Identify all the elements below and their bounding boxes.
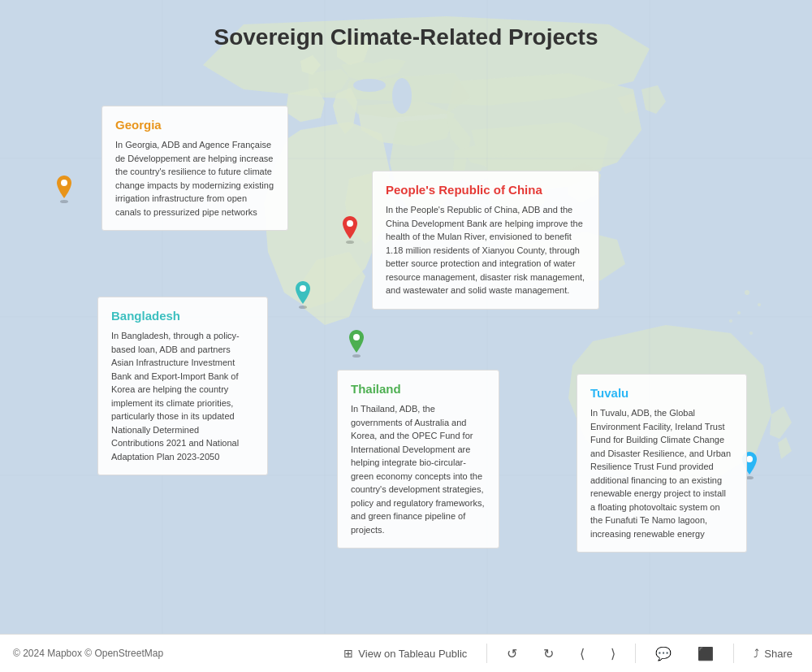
svg-point-5 xyxy=(749,332,753,335)
card-georgia: Georgia In Georgia, ADB and Agence Franç… xyxy=(102,106,288,231)
svg-point-6 xyxy=(392,78,412,114)
svg-point-17 xyxy=(300,285,306,292)
svg-point-1 xyxy=(745,290,749,295)
pin-thailand[interactable] xyxy=(348,329,365,358)
svg-point-16 xyxy=(347,220,353,227)
bangladesh-desc: In Bangladesh, through a policy-based lo… xyxy=(111,329,254,463)
bangladesh-name: Bangladesh xyxy=(111,309,254,323)
toolbar-right: ⊞ View on Tableau Public ↺ ↻ ⟨ ⟩ 💬 ⬛ xyxy=(337,643,799,665)
thailand-desc: In Thailand, ADB, the governments of Aus… xyxy=(351,402,486,536)
svg-point-19 xyxy=(746,456,753,462)
card-bangladesh: Bangladesh In Bangladesh, through a poli… xyxy=(97,297,268,475)
tableau-label: View on Tableau Public xyxy=(358,648,467,660)
georgia-name: Georgia xyxy=(115,118,274,132)
tableau-grid-icon: ⊞ xyxy=(343,647,353,660)
subscribe-button[interactable]: 💬 xyxy=(649,643,678,665)
share-icon: ⤴ xyxy=(754,647,759,660)
forward-button[interactable]: ⟩ xyxy=(604,643,622,665)
svg-point-4 xyxy=(729,319,732,323)
pin-bangladesh[interactable] xyxy=(294,280,312,309)
thailand-name: Thailand xyxy=(351,382,486,396)
map-copyright: © 2024 Mapbox © OpenStreetMap xyxy=(13,648,163,659)
georgia-desc: In Georgia, ADB and Agence Française de … xyxy=(115,138,274,219)
svg-point-18 xyxy=(353,334,360,340)
undo-icon: ↺ xyxy=(507,646,517,661)
svg-point-3 xyxy=(737,311,741,314)
tableau-public-button[interactable]: ⊞ View on Tableau Public xyxy=(337,644,473,663)
download-button[interactable]: ⬛ xyxy=(691,643,720,665)
svg-point-15 xyxy=(61,180,67,186)
card-china: People's Republic of China In the People… xyxy=(372,171,599,310)
back-icon: ⟨ xyxy=(580,646,585,661)
share-label: Share xyxy=(764,648,793,660)
svg-point-7 xyxy=(353,79,386,92)
tuvalu-desc: In Tuvalu, ADB, the Global Environment F… xyxy=(590,406,733,540)
toolbar-divider-3 xyxy=(733,644,734,663)
redo-icon: ↻ xyxy=(543,646,554,661)
pin-china[interactable] xyxy=(341,215,359,244)
card-tuvalu: Tuvalu In Tuvalu, ADB, the Global Enviro… xyxy=(577,374,747,553)
back-button[interactable]: ⟨ xyxy=(573,643,591,665)
toolbar-divider-2 xyxy=(635,644,636,663)
china-desc: In the People's Republic of China, ADB a… xyxy=(386,203,585,297)
share-button[interactable]: ⤴ Share xyxy=(747,644,799,663)
undo-button[interactable]: ↺ xyxy=(500,643,524,665)
svg-point-2 xyxy=(758,303,761,306)
tuvalu-name: Tuvalu xyxy=(590,386,733,400)
redo-button[interactable]: ↻ xyxy=(537,643,560,665)
bottom-bar: © 2024 Mapbox © OpenStreetMap ⊞ View on … xyxy=(0,634,812,672)
china-name: People's Republic of China xyxy=(386,183,585,197)
page-title: Sovereign Climate-Related Projects xyxy=(0,24,812,50)
download-icon: ⬛ xyxy=(698,646,714,661)
toolbar-divider-1 xyxy=(486,644,487,663)
forward-icon: ⟩ xyxy=(611,646,615,661)
map-container: Sovereign Climate-Related Projects xyxy=(0,0,812,634)
card-thailand: Thailand In Thailand, ADB, the governmen… xyxy=(337,370,499,548)
pin-georgia[interactable] xyxy=(55,175,73,203)
comment-icon: 💬 xyxy=(655,646,672,661)
